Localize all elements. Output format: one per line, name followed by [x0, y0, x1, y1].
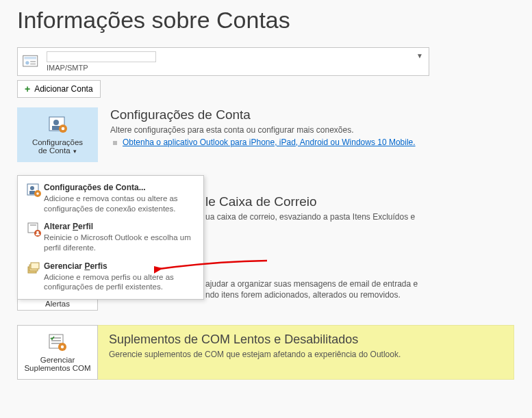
mailbox-line2a: ajudar a organizar suas mensagens de ema…	[205, 279, 418, 289]
mailbox-line2b: ndo itens forem adicionados, alterados o…	[205, 290, 401, 300]
config-conta-button[interactable]: Configurações de Conta ▾	[17, 107, 98, 162]
svg-point-27	[61, 345, 64, 348]
svg-point-11	[30, 186, 34, 190]
account-email-field	[47, 51, 156, 62]
account-selector[interactable]: IMAP/SMTP ▼	[17, 47, 429, 76]
svg-rect-4	[30, 64, 36, 65]
com-section-title: Suplementos de COM Lentos e Desabilitado…	[109, 332, 503, 347]
com-addins-icon	[47, 332, 68, 353]
mailbox-title-partial: le Caixa de Correio	[205, 194, 317, 209]
account-settings-small-icon	[26, 183, 42, 199]
gerenciar-com-button[interactable]: Gerenciar Suplementos COM	[17, 325, 98, 380]
config-section-title: Configurações de Conta	[110, 107, 515, 122]
account-protocol: IMAP/SMTP	[47, 64, 425, 72]
mailbox-line1: ua caixa de correio, esvaziando a pasta …	[205, 212, 415, 222]
svg-point-9	[62, 127, 65, 131]
account-card-icon	[22, 52, 41, 71]
com-section-desc: Gerencie suplementos de COM que estejam …	[109, 350, 503, 359]
account-dropdown-caret-icon: ▼	[416, 52, 423, 60]
menu-alterar-perfil[interactable]: Alterar Perfil Reinicie o Microsoft Outl…	[18, 218, 203, 257]
bullet-icon	[113, 141, 117, 145]
svg-rect-1	[25, 57, 37, 60]
svg-point-18	[36, 231, 39, 234]
page-title: Informações sobre Contas	[17, 7, 515, 34]
svg-rect-3	[30, 61, 36, 62]
svg-point-14	[36, 192, 39, 195]
menu-configuracoes-conta[interactable]: Configurações de Conta... Adicione e rem…	[18, 179, 203, 218]
change-profile-icon	[26, 222, 42, 238]
add-account-button[interactable]: + Adicionar Conta	[17, 80, 101, 98]
config-section-desc: Altere configurações para esta conta ou …	[110, 125, 515, 135]
account-settings-icon	[47, 115, 68, 135]
svg-rect-21	[31, 263, 39, 269]
menu-gerenciar-perfis[interactable]: Gerenciar Perfis Adicione e remova perfi…	[18, 257, 203, 296]
manage-profiles-icon	[26, 261, 42, 278]
plus-icon: +	[25, 83, 30, 94]
svg-rect-16	[30, 224, 36, 226]
svg-rect-12	[29, 191, 35, 194]
outlook-mobile-link[interactable]: Obtenha o aplicativo Outlook para iPhone…	[123, 138, 416, 147]
config-conta-dropdown: Configurações de Conta... Adicione e rem…	[17, 175, 204, 300]
add-account-label: Adicionar Conta	[34, 84, 92, 94]
svg-point-6	[53, 120, 59, 125]
svg-point-2	[25, 61, 29, 64]
chevron-down-icon: ▾	[72, 148, 77, 155]
